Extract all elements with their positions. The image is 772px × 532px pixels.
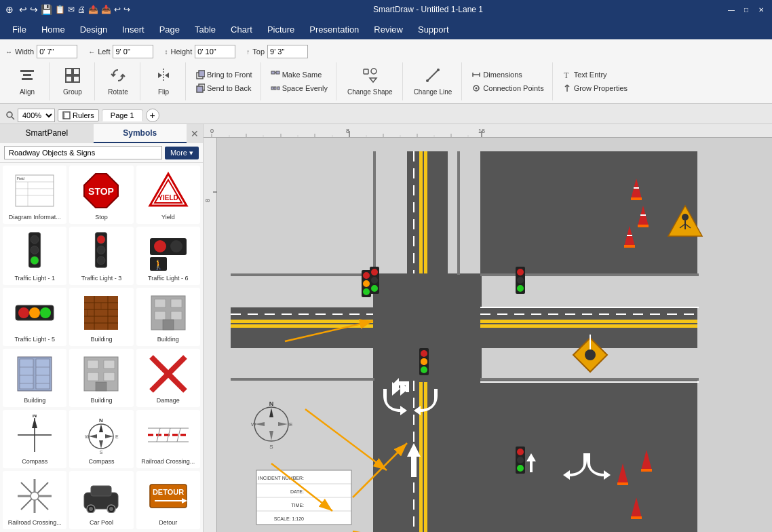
zoom-control[interactable]: 400% 200% 100% 75% 50%	[5, 109, 55, 122]
list-item[interactable]: Building	[3, 349, 66, 407]
send-back-label: Send to Back	[207, 84, 251, 92]
list-item[interactable]: Traffic Light - 1	[3, 227, 66, 285]
category-dropdown[interactable]: Roadway Objects & Signs	[4, 146, 162, 159]
diagram-viewport: N S W E INCIDENT NUMBER: DATE: TIME: SCA…	[217, 138, 772, 532]
list-item[interactable]: YIELD Yield	[136, 166, 200, 224]
car-pool-symbol	[79, 474, 123, 518]
menu-item-table[interactable]: Table	[188, 22, 223, 37]
horizontal-ruler: 0 8 16	[204, 124, 772, 138]
list-item[interactable]: Building	[69, 349, 133, 407]
detour-label: Detour	[159, 519, 177, 526]
list-item[interactable]: Field Diagram Informat...	[3, 166, 66, 224]
zoom-select[interactable]: 400% 200% 100% 75% 50%	[18, 109, 55, 122]
minimize-btn[interactable]: —	[726, 4, 737, 15]
svg-point-217	[585, 349, 596, 360]
menu-item-home[interactable]: Home	[35, 22, 72, 37]
text-entry-label: Text Entry	[574, 71, 607, 79]
building-3-symbol	[13, 352, 56, 396]
more-button[interactable]: More ▾	[165, 147, 199, 159]
menu-item-file[interactable]: File	[5, 22, 33, 37]
connection-points-button[interactable]: Connection Points	[469, 82, 546, 94]
svg-rect-197	[480, 273, 699, 276]
list-item[interactable]: Building	[69, 288, 133, 346]
list-item[interactable]: Railroad Crossing...	[136, 410, 200, 468]
svg-rect-196	[231, 378, 374, 381]
svg-point-25	[437, 69, 440, 71]
svg-point-210	[421, 366, 427, 373]
ribbon-group-arrange: Bring to Front Send to Back	[187, 62, 261, 100]
list-item[interactable]: Traffic Light - 5	[3, 288, 66, 346]
close-btn[interactable]: ✕	[756, 4, 767, 15]
ribbon-group-rotate: Rotate	[96, 62, 140, 100]
menu-item-presentation[interactable]: Presentation	[303, 22, 366, 37]
change-line-label: Change Line	[414, 88, 452, 96]
svg-line-36	[12, 117, 14, 119]
list-item[interactable]: Building	[136, 288, 200, 346]
svg-point-30	[476, 88, 478, 90]
menu-bar: FileHomeDesignInsertPageTableChartPictur…	[0, 19, 772, 39]
list-item[interactable]: STOP Stop	[69, 166, 133, 224]
ribbon-group-dimensions: Dimensions Connection Points	[463, 62, 552, 100]
list-item[interactable]: Traffic Light - 3	[69, 227, 133, 285]
list-item[interactable]: N S W E Compass	[69, 410, 133, 468]
svg-rect-11	[199, 71, 205, 77]
maximize-btn[interactable]: □	[741, 4, 752, 15]
title-bar: ⊕ ↩ ↪ 💾 📋 ✉ 🖨 📤 📥 ↩ ↪ SmartDraw - Untitl…	[0, 0, 772, 19]
dimensions-button[interactable]: Dimensions	[469, 69, 546, 81]
menu-item-chart[interactable]: Chart	[224, 22, 259, 37]
grow-properties-button[interactable]: Grow Properties	[560, 82, 630, 94]
list-item[interactable]: Damage	[136, 349, 200, 407]
group-icon	[64, 67, 81, 87]
text-entry-button[interactable]: T Text Entry	[560, 69, 630, 81]
align-button[interactable]: Align	[11, 64, 43, 98]
change-shape-button[interactable]: Change Shape	[343, 64, 397, 98]
svg-marker-8	[158, 73, 162, 78]
list-item[interactable]: 🚶 Traffic Light - 6	[136, 227, 200, 285]
top-input[interactable]	[267, 45, 308, 58]
add-page-button[interactable]: +	[146, 109, 159, 122]
menu-item-picture[interactable]: Picture	[260, 22, 301, 37]
list-item[interactable]: DETOUR Detour	[136, 471, 200, 529]
space-evenly-button[interactable]: Space Evenly	[268, 82, 330, 94]
menu-item-design[interactable]: Design	[73, 22, 114, 37]
list-item[interactable]: Railroad Crossing...	[3, 471, 66, 529]
car-pool-label: Car Pool	[90, 519, 113, 526]
ribbon-group-group: Group	[51, 62, 95, 100]
flip-button[interactable]: Flip	[147, 64, 180, 98]
svg-rect-96	[88, 373, 98, 381]
svg-point-66	[18, 307, 29, 318]
svg-rect-17	[271, 87, 273, 90]
make-same-button[interactable]: Make Same	[268, 69, 330, 81]
list-item[interactable]: Car Pool	[69, 471, 133, 529]
bring-front-button[interactable]: Bring to Front	[193, 69, 255, 81]
svg-rect-5	[66, 76, 72, 82]
canvas-area[interactable]: 0 8 16	[204, 124, 772, 532]
width-input[interactable]	[37, 45, 77, 58]
rulers-button[interactable]: Rulers	[58, 109, 99, 121]
svg-text:🚶: 🚶	[152, 259, 164, 271]
menu-item-review[interactable]: Review	[367, 22, 410, 37]
svg-point-57	[97, 235, 105, 244]
align-icon	[19, 67, 35, 87]
menu-item-insert[interactable]: Insert	[115, 22, 151, 37]
window-controls[interactable]: — □ ✕	[726, 4, 767, 15]
change-line-button[interactable]: Change Line	[410, 64, 457, 98]
svg-point-67	[29, 307, 40, 318]
page-1-tab[interactable]: Page 1	[102, 109, 143, 121]
menu-item-support[interactable]: Support	[411, 22, 456, 37]
panel-close-button[interactable]: ✕	[187, 124, 203, 143]
top-label: Top	[252, 48, 265, 56]
rotate-button[interactable]: Rotate	[102, 64, 134, 98]
list-item[interactable]: N Compass	[3, 410, 66, 468]
left-input[interactable]	[113, 45, 153, 58]
send-back-button[interactable]: Send to Back	[193, 82, 255, 94]
group-button[interactable]: Group	[56, 64, 89, 98]
quick-access-toolbar[interactable]: ⊕ ↩ ↪ 💾 📋 ✉ 🖨 📤 📥 ↩ ↪	[5, 4, 130, 15]
svg-text:N: N	[100, 417, 104, 423]
symbols-tab[interactable]: Symbols	[94, 124, 187, 143]
height-input[interactable]	[195, 45, 235, 58]
smartpanel-tab[interactable]: SmartPanel	[0, 124, 94, 143]
svg-rect-229	[617, 482, 628, 485]
svg-point-124	[31, 492, 39, 500]
menu-item-page[interactable]: Page	[153, 22, 187, 37]
